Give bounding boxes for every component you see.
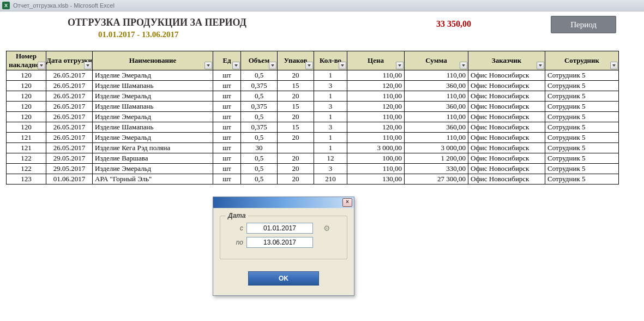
cell-cust[interactable]: Офис Новосибирск <box>468 174 545 185</box>
cell-cust[interactable]: Офис Новосибирск <box>468 133 545 143</box>
table-row[interactable]: 12229.05.2017Изделие Эмеральдшт0,5203110… <box>7 164 619 174</box>
cell-qty[interactable]: 210 <box>314 174 347 185</box>
cell-unit[interactable]: шт <box>213 143 241 153</box>
cell-cust[interactable]: Офис Новосибирск <box>468 112 545 122</box>
cell-cust[interactable]: Офис Новосибирск <box>468 164 545 174</box>
filter-dropdown-icon[interactable] <box>610 62 618 69</box>
cell-price[interactable]: 100,00 <box>347 153 405 164</box>
cell-qty[interactable]: 3 <box>314 164 347 174</box>
cell-price[interactable]: 110,00 <box>347 133 405 143</box>
cell-price[interactable]: 120,00 <box>347 122 405 133</box>
cell-vol[interactable]: 0,5 <box>241 164 278 174</box>
table-row[interactable]: 12126.05.2017Изделие Кега Рэд полянашт30… <box>7 143 619 153</box>
cell-sum[interactable]: 1 200,00 <box>405 153 468 164</box>
cell-unit[interactable]: шт <box>213 164 241 174</box>
cell-sum[interactable]: 330,00 <box>405 164 468 174</box>
cell-vol[interactable]: 0,5 <box>241 112 278 122</box>
cell-sum[interactable]: 27 300,00 <box>405 174 468 185</box>
cell-qty[interactable]: 3 <box>314 81 347 91</box>
cell-pack[interactable]: 20 <box>278 112 314 122</box>
cell-price[interactable]: 120,00 <box>347 81 405 91</box>
cell-price[interactable]: 110,00 <box>347 91 405 102</box>
cell-sum[interactable]: 110,00 <box>405 133 468 143</box>
cell-date[interactable]: 26.05.2017 <box>46 143 93 153</box>
cell-sum[interactable]: 360,00 <box>405 122 468 133</box>
cell-date[interactable]: 26.05.2017 <box>46 133 93 143</box>
table-row[interactable]: 12026.05.2017Изделие Шамапаньшт0,3751531… <box>7 102 619 112</box>
cell-emp[interactable]: Сотрудник 5 <box>545 91 619 102</box>
table-row[interactable]: 12026.05.2017Изделие Шамапаньшт0,3751531… <box>7 122 619 133</box>
cell-name[interactable]: Изделие Эмеральд <box>93 91 213 102</box>
cell-emp[interactable]: Сотрудник 5 <box>545 164 619 174</box>
cell-pack[interactable]: 15 <box>278 122 314 133</box>
cell-cust[interactable]: Офис Новосибирск <box>468 91 545 102</box>
cell-qty[interactable]: 1 <box>314 112 347 122</box>
filter-dropdown-icon[interactable] <box>460 62 467 69</box>
cell-price[interactable]: 120,00 <box>347 102 405 112</box>
cell-unit[interactable]: шт <box>213 153 241 164</box>
cell-pack[interactable]: 20 <box>278 70 314 81</box>
cell-name[interactable]: Изделие Шамапань <box>93 122 213 133</box>
cell-pack[interactable] <box>278 143 314 153</box>
cell-pack[interactable]: 15 <box>278 81 314 91</box>
cell-cust[interactable]: Офис Новосибирск <box>468 122 545 133</box>
cell-cust[interactable]: Офис Новосибирск <box>468 153 545 164</box>
table-row[interactable]: 12126.05.2017Изделие Эмеральдшт0,5201110… <box>7 133 619 143</box>
cell-name[interactable]: Изделие Кега Рэд поляна <box>93 143 213 153</box>
cell-pack[interactable]: 20 <box>278 153 314 164</box>
cell-date[interactable]: 29.05.2017 <box>46 164 93 174</box>
cell-price[interactable]: 3 000,00 <box>347 143 405 153</box>
filter-dropdown-icon[interactable] <box>339 62 346 69</box>
cell-emp[interactable]: Сотрудник 5 <box>545 102 619 112</box>
cell-name[interactable]: АРА "Горный Эль" <box>93 174 213 185</box>
cell-cust[interactable]: Офис Новосибирск <box>468 81 545 91</box>
cell-no[interactable]: 120 <box>7 102 46 112</box>
cell-unit[interactable]: шт <box>213 174 241 185</box>
cell-cust[interactable]: Офис Новосибирск <box>468 143 545 153</box>
cell-no[interactable]: 123 <box>7 174 46 185</box>
filter-dropdown-icon[interactable] <box>396 62 404 69</box>
cell-no[interactable]: 120 <box>7 81 46 91</box>
cell-emp[interactable]: Сотрудник 5 <box>545 112 619 122</box>
cell-qty[interactable]: 1 <box>314 143 347 153</box>
cell-no[interactable]: 120 <box>7 122 46 133</box>
cell-date[interactable]: 29.05.2017 <box>46 153 93 164</box>
cell-no[interactable]: 120 <box>7 70 46 81</box>
cell-sum[interactable]: 110,00 <box>405 91 468 102</box>
table-row[interactable]: 12229.05.2017Изделие Варшавашт0,52012100… <box>7 153 619 164</box>
table-row[interactable]: 12026.05.2017Изделие Эмеральдшт0,5201110… <box>7 91 619 102</box>
cell-no[interactable]: 122 <box>7 164 46 174</box>
cell-qty[interactable]: 3 <box>314 122 347 133</box>
cell-emp[interactable]: Сотрудник 5 <box>545 153 619 164</box>
cell-cust[interactable]: Офис Новосибирск <box>468 70 545 81</box>
table-row[interactable]: 12026.05.2017Изделие Эмеральдшт0,5201110… <box>7 70 619 81</box>
cell-no[interactable]: 121 <box>7 133 46 143</box>
cell-pack[interactable]: 20 <box>278 133 314 143</box>
cell-no[interactable]: 122 <box>7 153 46 164</box>
cell-price[interactable]: 110,00 <box>347 164 405 174</box>
cell-qty[interactable]: 3 <box>314 102 347 112</box>
cell-name[interactable]: Изделие Эмеральд <box>93 164 213 174</box>
cell-price[interactable]: 110,00 <box>347 112 405 122</box>
cell-emp[interactable]: Сотрудник 5 <box>545 174 619 185</box>
cell-price[interactable]: 130,00 <box>347 174 405 185</box>
cell-no[interactable]: 120 <box>7 112 46 122</box>
cell-emp[interactable]: Сотрудник 5 <box>545 122 619 133</box>
table-row[interactable]: 12026.05.2017Изделие Эмеральдшт0,5201110… <box>7 112 619 122</box>
filter-dropdown-icon[interactable] <box>269 62 276 69</box>
cell-vol[interactable]: 0,5 <box>241 153 278 164</box>
cell-sum[interactable]: 110,00 <box>405 112 468 122</box>
table-row[interactable]: 12026.05.2017Изделие Шамапаньшт0,3751531… <box>7 81 619 91</box>
cell-unit[interactable]: шт <box>213 102 241 112</box>
cell-vol[interactable]: 0,375 <box>241 122 278 133</box>
cell-vol[interactable]: 0,375 <box>241 81 278 91</box>
cell-no[interactable]: 120 <box>7 91 46 102</box>
cell-emp[interactable]: Сотрудник 5 <box>545 143 619 153</box>
filter-dropdown-icon[interactable] <box>232 62 240 69</box>
filter-dropdown-icon[interactable] <box>38 62 45 69</box>
cell-sum[interactable]: 110,00 <box>405 70 468 81</box>
cell-date[interactable]: 26.05.2017 <box>46 112 93 122</box>
cell-name[interactable]: Изделие Шамапань <box>93 102 213 112</box>
cell-qty[interactable]: 1 <box>314 70 347 81</box>
filter-dropdown-icon[interactable] <box>204 62 212 69</box>
